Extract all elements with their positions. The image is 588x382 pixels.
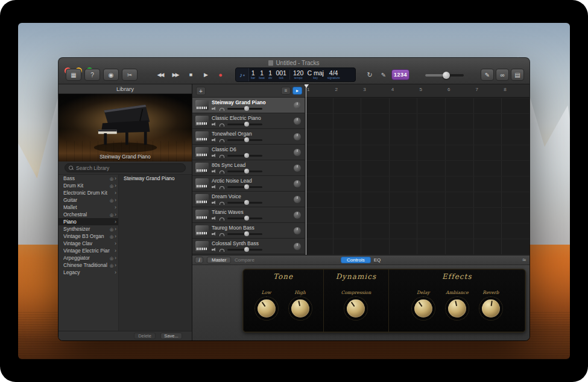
catch-playhead-button[interactable]: ▸ xyxy=(292,87,302,95)
rewind-button[interactable]: ◀◀ xyxy=(153,69,168,81)
timeline-grid[interactable] xyxy=(305,98,530,255)
track-header-row[interactable]: Titanic Waves xyxy=(192,207,305,223)
track-volume-thumb[interactable] xyxy=(244,247,249,252)
play-button[interactable]: ▶ xyxy=(198,69,213,81)
track-volume-slider[interactable] xyxy=(227,171,262,172)
control-knob[interactable]: Compression xyxy=(341,290,371,321)
solo-icon[interactable] xyxy=(220,249,224,252)
track-volume-slider[interactable] xyxy=(227,249,262,251)
solo-icon[interactable] xyxy=(220,155,224,158)
track-header-row[interactable]: Tonewheel Organ xyxy=(192,129,305,145)
pan-knob[interactable] xyxy=(294,196,301,203)
mute-icon[interactable] xyxy=(212,200,217,205)
mute-icon[interactable] xyxy=(212,106,217,111)
compare-button[interactable]: Compare xyxy=(235,257,254,263)
mute-icon[interactable] xyxy=(212,122,217,127)
smart-controls-button[interactable]: ◉ xyxy=(103,69,119,81)
library-toggle-button[interactable]: ▦ xyxy=(66,69,81,81)
pan-knob[interactable] xyxy=(294,102,301,109)
mute-icon[interactable] xyxy=(212,169,217,174)
knob-dial[interactable] xyxy=(347,299,365,318)
lcd-key[interactable]: C majkey xyxy=(305,70,325,80)
library-category[interactable]: Guitar ◎ › xyxy=(58,196,118,204)
lcd-mode-selector[interactable]: ♪ ▾ xyxy=(236,68,249,81)
search-field[interactable] xyxy=(65,163,186,172)
library-category[interactable]: Drum Kit ◎ › xyxy=(58,182,118,189)
track-header-row[interactable]: Arctic Noise Lead xyxy=(192,176,305,192)
track-header-row[interactable]: Classic D6 xyxy=(192,145,305,160)
track-volume-thumb[interactable] xyxy=(244,200,249,205)
track-volume-slider[interactable] xyxy=(227,218,262,219)
pan-knob[interactable] xyxy=(294,211,301,219)
mute-icon[interactable] xyxy=(212,184,217,189)
quick-help-button[interactable]: ? xyxy=(84,69,100,81)
solo-icon[interactable] xyxy=(220,233,224,236)
control-knob[interactable]: Delay xyxy=(411,290,435,321)
knob-dial[interactable] xyxy=(291,299,309,318)
media-browser-button[interactable]: ▤ xyxy=(511,69,524,81)
control-knob[interactable]: Ambiance xyxy=(445,290,469,321)
track-volume-thumb[interactable] xyxy=(244,122,249,127)
track-volume-slider[interactable] xyxy=(227,186,262,188)
solo-icon[interactable] xyxy=(220,139,224,142)
note-editor-button[interactable]: ✎ xyxy=(481,69,494,81)
pan-knob[interactable] xyxy=(294,227,301,234)
track-volume-slider[interactable] xyxy=(227,202,262,204)
track-header-row[interactable]: Classic Electric Piano xyxy=(192,113,305,129)
solo-icon[interactable] xyxy=(220,218,224,221)
search-input[interactable] xyxy=(76,165,182,171)
track-header-row[interactable]: Colossal Synth Bass xyxy=(192,239,305,254)
stop-button[interactable]: ■ xyxy=(183,69,198,81)
track-volume-slider[interactable] xyxy=(227,155,262,157)
track-header-row[interactable]: Dream Voice xyxy=(192,192,305,207)
knob-dial[interactable] xyxy=(258,299,276,318)
track-volume-slider[interactable] xyxy=(227,108,262,110)
lcd-tempo[interactable]: 120tempo xyxy=(291,70,306,80)
library-category[interactable]: Vintage Electric Piano ◎ › xyxy=(58,247,118,254)
mute-icon[interactable] xyxy=(212,231,217,236)
solo-icon[interactable] xyxy=(220,124,224,127)
control-knob[interactable]: High xyxy=(288,290,312,321)
track-volume-slider[interactable] xyxy=(227,139,262,141)
tab-controls[interactable]: Controls xyxy=(341,257,371,263)
track-volume-thumb[interactable] xyxy=(244,137,249,142)
lcd-signature[interactable]: 4/4signature xyxy=(326,70,342,80)
master-tab[interactable]: Master xyxy=(207,257,231,263)
track-volume-thumb[interactable] xyxy=(244,106,249,111)
cycle-button[interactable]: ↻ xyxy=(363,69,376,81)
library-category[interactable]: Chinese Traditional ◎ › xyxy=(58,261,118,269)
lcd-display[interactable]: ♪ ▾ 1bar 1beat 1div 001tic xyxy=(235,67,356,82)
add-track-button[interactable]: + xyxy=(196,87,206,95)
knob-dial[interactable] xyxy=(482,299,500,318)
track-volume-thumb[interactable] xyxy=(244,184,249,189)
control-knob[interactable]: Reverb xyxy=(479,290,503,321)
volume-thumb[interactable] xyxy=(443,72,450,79)
pan-knob[interactable] xyxy=(294,180,301,187)
pan-knob[interactable] xyxy=(294,133,301,140)
curve-icon[interactable]: ≈ xyxy=(522,256,526,263)
track-volume-slider[interactable] xyxy=(227,124,262,125)
timeline[interactable]: 123456789 xyxy=(305,84,530,255)
track-volume-thumb[interactable] xyxy=(244,153,249,158)
pan-knob[interactable] xyxy=(294,164,301,172)
loop-browser-button[interactable]: ∞ xyxy=(496,69,509,81)
library-patch[interactable]: Steinway Grand Piano xyxy=(119,175,192,183)
track-header-row[interactable]: Steinway Grand Piano xyxy=(192,98,305,113)
mute-icon[interactable] xyxy=(212,216,217,221)
track-volume-thumb[interactable] xyxy=(244,216,249,221)
master-volume-slider[interactable] xyxy=(425,74,464,77)
library-category[interactable]: Vintage Clav ◎ › xyxy=(58,240,118,247)
pan-knob[interactable] xyxy=(294,117,301,125)
track-volume-thumb[interactable] xyxy=(244,169,249,174)
tab-eq[interactable]: EQ xyxy=(374,257,381,263)
track-volume-thumb[interactable] xyxy=(244,231,249,236)
knob-dial[interactable] xyxy=(448,299,466,318)
mute-icon[interactable] xyxy=(212,247,217,252)
count-in-button[interactable]: 1234 xyxy=(391,69,409,80)
solo-icon[interactable] xyxy=(220,171,224,174)
library-category[interactable]: Arpeggiator ◎ › xyxy=(58,254,118,261)
library-category[interactable]: Bass ◎ › xyxy=(58,175,118,182)
track-header-row[interactable]: 80s Sync Lead xyxy=(192,160,305,176)
playhead[interactable] xyxy=(306,84,306,255)
delete-button[interactable]: Delete xyxy=(134,333,156,339)
